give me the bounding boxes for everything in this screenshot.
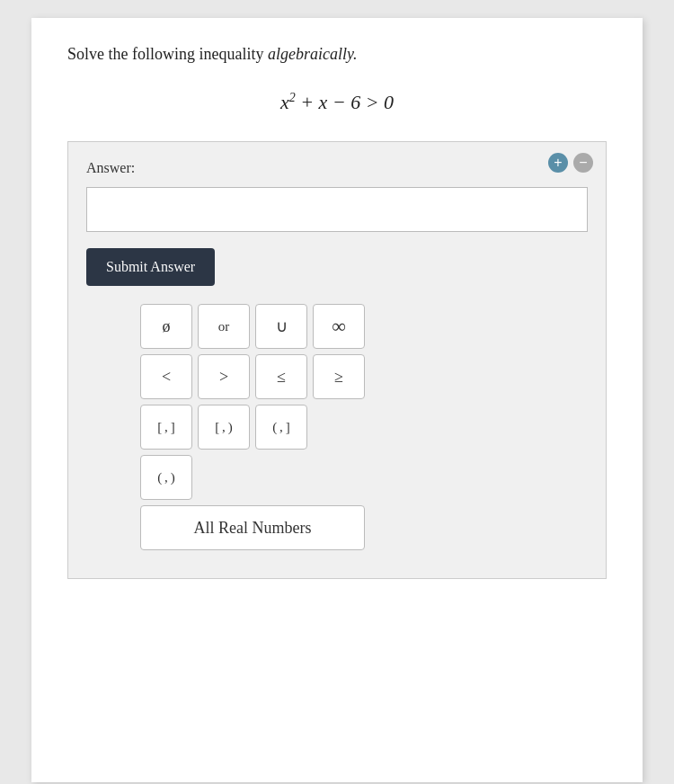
or-key[interactable]: or: [198, 304, 250, 349]
keypad-row-1: ø or ∪ ∞: [140, 304, 365, 349]
answer-panel: + − Answer: Submit Answer ø or ∪ ∞ < > ≤…: [67, 141, 607, 579]
greater-than-key[interactable]: >: [198, 354, 250, 399]
equation-display: x2 + x − 6 > 0: [280, 91, 394, 113]
instruction-text: Solve the following inequality algebraic…: [67, 45, 607, 64]
infinity-key[interactable]: ∞: [313, 304, 365, 349]
keypad-row-5: All Real Numbers: [140, 505, 365, 550]
greater-equal-key[interactable]: ≥: [313, 354, 365, 399]
keypad: ø or ∪ ∞ < > ≤ ≥ [ , ] [ , ) ( , ] ( , )…: [86, 304, 588, 556]
panel-controls: + −: [548, 153, 593, 173]
answer-label: Answer:: [86, 160, 588, 176]
closed-interval-key[interactable]: [ , ]: [140, 405, 192, 450]
all-real-numbers-key[interactable]: All Real Numbers: [140, 505, 365, 550]
keypad-row-4: ( , ): [140, 455, 192, 500]
half-open-left-key[interactable]: [ , ): [198, 405, 250, 450]
keypad-row-2: < > ≤ ≥: [140, 354, 365, 399]
empty-set-key[interactable]: ø: [140, 304, 192, 349]
answer-input[interactable]: [86, 187, 588, 232]
half-open-right-key[interactable]: ( , ]: [255, 405, 307, 450]
remove-panel-button[interactable]: −: [573, 153, 593, 173]
add-panel-button[interactable]: +: [548, 153, 568, 173]
equation-container: x2 + x − 6 > 0: [67, 91, 607, 114]
less-than-key[interactable]: <: [140, 354, 192, 399]
page-container: Solve the following inequality algebraic…: [31, 18, 643, 782]
open-interval-key[interactable]: ( , ): [140, 455, 192, 500]
submit-button[interactable]: Submit Answer: [86, 248, 215, 286]
union-key[interactable]: ∪: [255, 304, 307, 349]
less-equal-key[interactable]: ≤: [255, 354, 307, 399]
keypad-row-3: [ , ] [ , ) ( , ]: [140, 405, 307, 450]
